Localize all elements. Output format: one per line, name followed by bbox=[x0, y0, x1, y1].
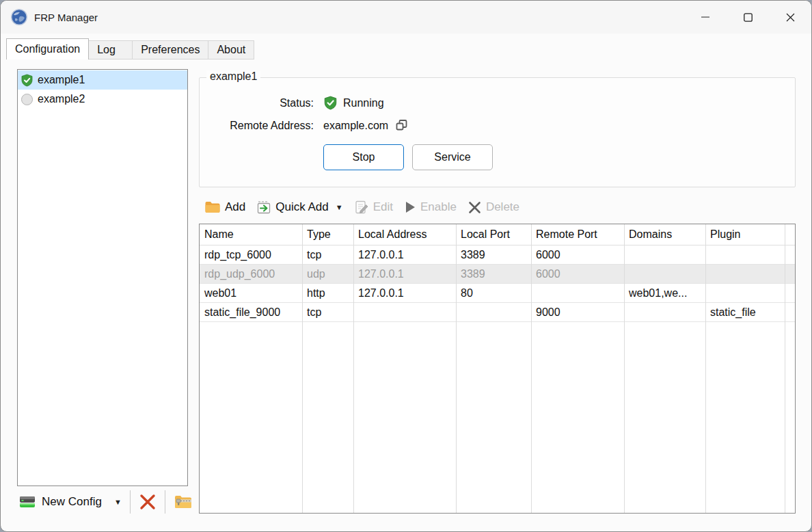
running-shield-icon bbox=[323, 96, 338, 110]
delete-config-button[interactable] bbox=[135, 490, 161, 514]
separator bbox=[130, 490, 131, 514]
edit-icon bbox=[354, 200, 369, 215]
cell-type: tcp bbox=[302, 245, 353, 264]
column-divider[interactable] bbox=[353, 224, 354, 513]
service-button[interactable]: Service bbox=[412, 144, 493, 170]
drive-icon bbox=[18, 494, 36, 510]
minimize-button[interactable] bbox=[684, 1, 727, 34]
config-detail-groupbox: example1 Status: Running Remote Address:… bbox=[199, 77, 796, 187]
quick-add-button[interactable]: Quick Add ▼ bbox=[252, 198, 347, 216]
stop-button[interactable]: Stop bbox=[323, 144, 404, 170]
config-list-item-example2[interactable]: example2 bbox=[18, 90, 187, 109]
cell-local-port: 3389 bbox=[456, 245, 531, 264]
cell-type: udp bbox=[302, 265, 353, 283]
chevron-down-icon: ▼ bbox=[336, 203, 343, 211]
cell-local-port bbox=[456, 303, 531, 321]
quick-add-icon bbox=[256, 200, 271, 215]
add-proxy-button[interactable]: Add bbox=[200, 199, 249, 215]
cell-domains bbox=[624, 303, 705, 321]
window-title: FRP Manager bbox=[34, 12, 98, 23]
tab-configuration[interactable]: Configuration bbox=[6, 38, 89, 59]
quick-add-label: Quick Add bbox=[275, 200, 329, 214]
status-label: Status: bbox=[201, 97, 314, 109]
shield-check-icon bbox=[21, 74, 33, 87]
cell-domains bbox=[624, 265, 705, 283]
col-header-local-port[interactable]: Local Port bbox=[456, 224, 531, 245]
window-controls bbox=[684, 1, 811, 34]
tab-configuration-label: Configuration bbox=[15, 43, 80, 55]
edit-proxy-button[interactable]: Edit bbox=[350, 198, 397, 216]
column-divider[interactable] bbox=[785, 224, 785, 513]
proxy-toolbar: Add Quick Add ▼ Edit bbox=[200, 197, 524, 217]
maximize-button[interactable] bbox=[727, 1, 769, 34]
x-icon bbox=[468, 200, 482, 215]
enable-label: Enable bbox=[420, 200, 457, 214]
groupbox-title: example1 bbox=[206, 70, 260, 83]
col-header-name[interactable]: Name bbox=[200, 224, 302, 245]
open-zip-button[interactable] bbox=[170, 491, 197, 513]
cell-local-port: 80 bbox=[456, 284, 531, 302]
app-globe-icon bbox=[10, 8, 28, 26]
config-footer-toolbar: New Config ▼ bbox=[14, 488, 197, 516]
enable-proxy-button[interactable]: Enable bbox=[400, 199, 461, 215]
cell-plugin bbox=[705, 284, 785, 302]
cell-name: rdp_udp_6000 bbox=[200, 265, 302, 283]
delete-proxy-button[interactable]: Delete bbox=[463, 199, 524, 216]
tab-log[interactable]: Log bbox=[89, 40, 133, 59]
cell-name: web01 bbox=[200, 284, 302, 302]
cell-local-address bbox=[353, 303, 456, 321]
config-list: example1 example2 bbox=[17, 69, 188, 486]
zip-folder-icon bbox=[174, 494, 193, 510]
column-divider[interactable] bbox=[705, 224, 706, 513]
cell-local-address: 127.0.0.1 bbox=[353, 245, 456, 264]
column-divider[interactable] bbox=[302, 224, 303, 513]
cell-local-address: 127.0.0.1 bbox=[353, 284, 456, 302]
remote-address-label: Remote Address: bbox=[201, 120, 314, 132]
frp-manager-window: FRP Manager Configuration Log Preference… bbox=[0, 0, 812, 532]
cell-type: http bbox=[302, 284, 353, 302]
new-config-button[interactable]: New Config ▼ bbox=[14, 491, 126, 513]
cell-local-address: 127.0.0.1 bbox=[353, 265, 456, 283]
config-name: example2 bbox=[38, 93, 85, 105]
tab-about[interactable]: About bbox=[208, 40, 254, 59]
proxy-table: Name Type Local Address Local Port Remot… bbox=[199, 224, 796, 514]
col-header-remote-port[interactable]: Remote Port bbox=[531, 224, 624, 245]
cell-plugin: static_file bbox=[705, 303, 785, 321]
config-list-item-example1[interactable]: example1 bbox=[18, 70, 187, 90]
copy-icon[interactable] bbox=[395, 119, 408, 132]
tab-log-label: Log bbox=[97, 44, 116, 56]
col-header-domains[interactable]: Domains bbox=[624, 224, 705, 245]
cell-remote-port: 6000 bbox=[531, 265, 624, 283]
close-button[interactable] bbox=[769, 1, 811, 34]
cell-remote-port: 6000 bbox=[531, 245, 624, 264]
column-divider[interactable] bbox=[624, 224, 625, 513]
cell-domains: web01,we... bbox=[624, 284, 705, 302]
status-text: Running bbox=[343, 97, 384, 109]
remote-address-value: example.com bbox=[323, 120, 388, 132]
titlebar: FRP Manager bbox=[1, 1, 811, 34]
cell-local-port: 3389 bbox=[456, 265, 531, 283]
col-header-type[interactable]: Type bbox=[302, 224, 353, 245]
delete-label: Delete bbox=[486, 200, 519, 214]
add-label: Add bbox=[225, 200, 245, 214]
gray-circle-icon bbox=[21, 93, 33, 106]
cell-domains bbox=[624, 245, 705, 264]
new-config-label: New Config bbox=[42, 495, 102, 509]
cell-name: static_file_9000 bbox=[200, 303, 302, 321]
play-triangle-icon bbox=[404, 200, 416, 214]
col-header-plugin[interactable]: Plugin bbox=[705, 224, 785, 245]
chevron-down-icon: ▼ bbox=[114, 498, 122, 506]
tab-preferences[interactable]: Preferences bbox=[133, 40, 208, 59]
cell-remote-port bbox=[531, 284, 624, 302]
status-value: Running bbox=[323, 96, 795, 110]
cell-plugin bbox=[705, 265, 785, 283]
col-header-local-address[interactable]: Local Address bbox=[353, 224, 456, 245]
column-divider[interactable] bbox=[531, 224, 532, 513]
edit-label: Edit bbox=[373, 200, 393, 214]
separator bbox=[165, 490, 165, 514]
cell-plugin bbox=[705, 245, 785, 264]
config-name: example1 bbox=[38, 74, 85, 86]
tabstrip: Configuration Log Preferences About bbox=[6, 38, 254, 59]
cell-name: rdp_tcp_6000 bbox=[200, 245, 302, 264]
column-divider[interactable] bbox=[456, 224, 457, 513]
